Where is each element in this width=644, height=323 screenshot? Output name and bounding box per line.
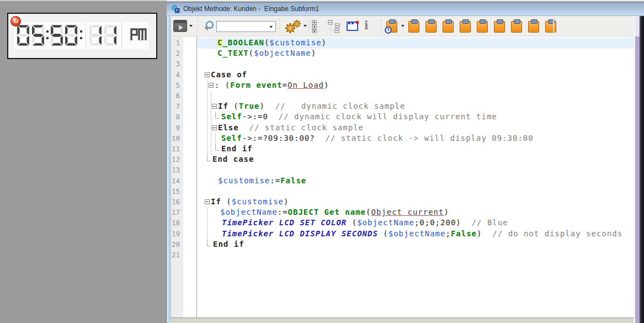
indent-guide <box>211 144 211 155</box>
clipboard-slot-button[interactable] <box>443 21 454 33</box>
code-editor[interactable]: 1C_BOOLEAN($customise)2C_TEXT($objectNam… <box>171 36 634 317</box>
code-line[interactable]: 10Self->:=?09:30:00? // static clock -> … <box>171 133 634 144</box>
indent-guide <box>207 144 207 155</box>
code-token-pl: := <box>278 208 288 216</box>
search-dropdown-arrow-icon[interactable] <box>269 26 273 28</box>
line-number: 5 <box>171 81 180 91</box>
fold-toggle-icon[interactable] <box>205 72 210 77</box>
fold-toggle-icon[interactable] <box>209 83 214 88</box>
macros-button[interactable] <box>347 22 358 31</box>
line-number: 2 <box>171 49 180 59</box>
code-line[interactable]: 4Case of <box>171 70 634 81</box>
collapse-all-button[interactable] <box>328 20 341 35</box>
code-token-cmd: False <box>280 176 306 185</box>
code-text: TimePicker LCD SET COLOR ($objectName;0;… <box>222 218 508 228</box>
indent-guide <box>207 218 207 229</box>
code-line[interactable]: 21 <box>171 250 634 261</box>
line-number: 1 <box>171 38 180 48</box>
line-number: 19 <box>171 229 180 239</box>
code-line[interactable]: 13 <box>171 165 634 176</box>
indent-guide <box>211 133 211 144</box>
fold-toggle-icon[interactable] <box>212 104 217 109</box>
code-line[interactable]: 11End if <box>171 144 634 155</box>
code-token-com: // static clock -> will display 09:30:00 <box>326 134 534 142</box>
code-token-cmd: OBJECT Get name <box>288 208 366 216</box>
code-line[interactable]: 17$objectName:=OBJECT Get name(Object cu… <box>171 207 634 218</box>
fold-toggle-icon[interactable] <box>212 125 217 130</box>
code-token-pl: ) <box>477 229 492 238</box>
code-token-pl: = <box>283 81 288 89</box>
code-line[interactable]: 16If ($customise) <box>171 197 634 208</box>
clipboard-slot-button[interactable] <box>460 21 471 33</box>
line-number: 17 <box>171 208 180 218</box>
code-line[interactable]: 7If (True) // dynamic clock sample <box>171 101 634 112</box>
method-properties-button[interactable] <box>284 19 302 34</box>
clipboard-clock-button[interactable] <box>386 21 397 33</box>
window-title: Objekt Methode: Kunden - Eingabe.Subform… <box>183 2 319 16</box>
code-line[interactable]: 14$customise:=False <box>171 176 634 187</box>
code-token-kw: If <box>218 102 228 110</box>
code-line[interactable]: 20End if <box>171 239 634 250</box>
code-line[interactable]: 9Else // static clock sample <box>171 123 634 134</box>
refresh-badge-icon[interactable]: ↻ <box>10 16 21 27</box>
information-button[interactable]: i <box>364 19 369 32</box>
code-token-pl: ( <box>347 218 357 227</box>
code-token-var: $objectName <box>357 218 414 227</box>
clipboard-slot-button[interactable] <box>425 21 437 33</box>
code-line[interactable]: 6 <box>171 91 634 102</box>
code-token-cmd: Self <box>221 134 242 142</box>
code-line[interactable]: 15 <box>171 186 634 197</box>
code-line[interactable]: 3 <box>171 59 634 70</box>
code-line[interactable]: 12End case <box>171 154 634 165</box>
code-text: : (Form event=On Load) <box>215 80 329 91</box>
code-text: If (True) // dynamic clock sample <box>218 101 405 112</box>
lcd-clock-widget[interactable]: ↻ <box>7 13 157 59</box>
clipboard-dropdown-arrow-icon[interactable] <box>401 25 405 27</box>
clipboard-slot-button[interactable] <box>511 21 522 33</box>
line-number: 11 <box>171 144 180 154</box>
line-number: 9 <box>171 123 180 133</box>
indent-guide <box>215 133 216 144</box>
indent-guide <box>211 101 211 112</box>
properties-dropdown-arrow-icon[interactable] <box>304 25 307 27</box>
line-number: 8 <box>171 112 180 122</box>
code-line[interactable]: 2C_TEXT($objectName) <box>171 48 634 59</box>
clipboard-slot-button[interactable] <box>494 21 505 33</box>
code-token-pl: ; <box>445 229 450 238</box>
line-number: 20 <box>171 240 180 250</box>
code-token-pl: : ( <box>215 81 230 89</box>
seven-segment-digit <box>17 24 30 46</box>
code-line[interactable]: 5: (Form event=On Load) <box>171 80 634 91</box>
code-token-pl: := <box>270 176 280 185</box>
code-token-cmd: True <box>239 102 260 110</box>
line-number: 6 <box>171 91 180 101</box>
clipboard-slot-button[interactable] <box>528 21 539 33</box>
search-combobox[interactable] <box>216 21 276 32</box>
toolbar-separator <box>280 19 281 34</box>
code-token-kw: Case of <box>211 70 247 79</box>
execute-dropdown-arrow-icon[interactable] <box>189 25 193 27</box>
code-line[interactable]: 18TimePicker LCD SET COLOR ($objectName;… <box>171 218 634 229</box>
clipboard-slot-button[interactable] <box>408 21 419 33</box>
code-line[interactable]: 19TimePicker LCD DISPLAY SECONDS ($objec… <box>171 229 634 240</box>
seven-segment-digit <box>31 24 45 46</box>
code-token-pl: ) <box>324 81 329 89</box>
code-token-kw: End if <box>221 144 253 153</box>
clipboard-slot-button[interactable] <box>545 21 556 33</box>
clipboard-slot-button[interactable] <box>477 21 488 33</box>
code-line[interactable]: 8Self->:=0 // dynamic clock will display… <box>171 112 634 123</box>
line-number: 12 <box>171 155 180 165</box>
code-token-cmd: Form event <box>230 81 282 89</box>
fold-toggle-icon[interactable] <box>205 199 210 204</box>
search-icon <box>203 20 215 33</box>
code-token-pl: ) <box>444 208 449 216</box>
expand-all-button[interactable] <box>312 20 322 35</box>
indent-guide <box>211 91 211 102</box>
code-token-var: $customise <box>269 38 321 47</box>
code-line[interactable]: 1C_BOOLEAN($customise) <box>171 38 634 49</box>
indent-guide <box>207 101 207 112</box>
title-bar[interactable]: Objekt Methode: Kunden - Eingabe.Subform… <box>167 2 644 16</box>
execute-method-button[interactable] <box>173 20 187 32</box>
code-text: Case of <box>211 70 247 80</box>
search-input[interactable] <box>218 22 268 31</box>
